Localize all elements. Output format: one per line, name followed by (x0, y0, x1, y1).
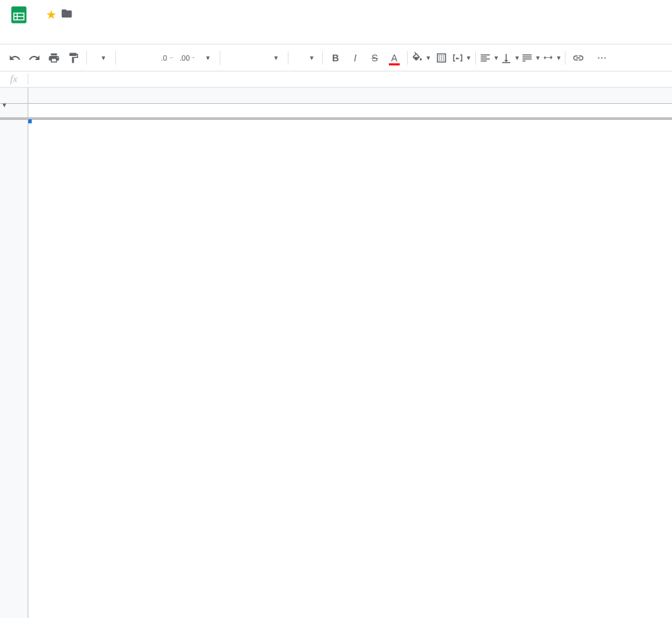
svg-rect-10 (439, 59, 440, 61)
svg-rect-7 (439, 57, 440, 59)
number-format-button[interactable]: ▼ (197, 49, 216, 67)
sheets-logo[interactable] (5, 1, 32, 28)
svg-rect-12 (443, 59, 444, 61)
row-header-column: ▼ (0, 88, 28, 618)
bold-button[interactable]: B (326, 49, 345, 67)
font-size-select[interactable]: ▼ (292, 49, 319, 67)
inc-decimal-button[interactable]: .00→ (178, 49, 197, 67)
link-button[interactable] (569, 49, 588, 67)
dec-decimal-button[interactable]: .0 ← (158, 49, 177, 67)
redo-icon[interactable] (25, 49, 44, 67)
svg-rect-5 (441, 55, 442, 57)
currency-button[interactable] (119, 49, 138, 67)
strike-button[interactable]: S (365, 49, 384, 67)
paint-format-icon[interactable] (64, 49, 83, 67)
print-icon[interactable] (44, 49, 63, 67)
selection-box (28, 120, 31, 123)
svg-rect-9 (443, 57, 444, 59)
svg-rect-8 (441, 57, 442, 59)
toolbar: ▼ .0 ← .00→ ▼ ▼ ▼ B I S A ▼ ▼ ▼ ▼ ▼ ▼ ⋯ (0, 44, 672, 71)
grid: ▼ (0, 88, 672, 618)
frozen-header-row (28, 104, 672, 120)
doc-title[interactable] (36, 13, 42, 16)
svg-rect-6 (443, 55, 444, 57)
borders-button[interactable] (432, 49, 451, 67)
folder-icon[interactable] (61, 7, 73, 23)
rotate-button[interactable]: ▼ (542, 49, 562, 67)
fill-color-button[interactable]: ▼ (411, 49, 431, 67)
titlebar: ★ (0, 0, 672, 24)
merge-button[interactable]: ▼ (452, 49, 472, 67)
percent-button[interactable] (139, 49, 158, 67)
zoom-select[interactable]: ▼ (90, 49, 112, 67)
cells-area[interactable] (28, 88, 672, 618)
star-icon[interactable]: ★ (46, 7, 57, 22)
undo-icon[interactable] (5, 49, 24, 67)
more-button[interactable]: ⋯ (588, 49, 615, 67)
halign-button[interactable]: ▼ (479, 49, 499, 67)
column-headers (28, 88, 672, 104)
valign-button[interactable]: ▼ (500, 49, 520, 67)
font-select[interactable]: ▼ (224, 49, 284, 67)
svg-rect-4 (439, 55, 440, 57)
wrap-button[interactable]: ▼ (521, 49, 541, 67)
text-color-button[interactable]: A (385, 49, 404, 67)
menubar (0, 24, 672, 44)
italic-button[interactable]: I (346, 49, 365, 67)
select-all-corner[interactable]: ▼ (0, 88, 28, 104)
svg-rect-11 (441, 59, 442, 61)
formula-bar: fx (0, 71, 672, 88)
fx-icon: fx (0, 73, 28, 85)
